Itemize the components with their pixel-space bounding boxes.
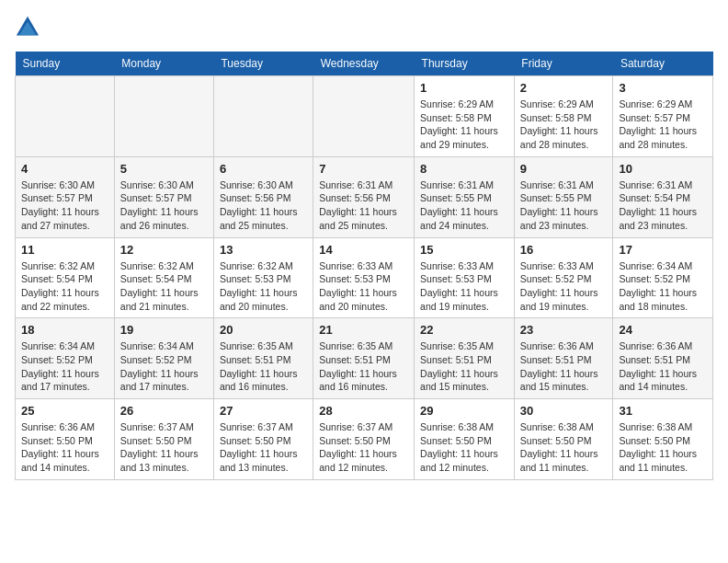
day-number: 7 [319, 162, 408, 176]
day-info: Sunrise: 6:29 AM Sunset: 5:58 PM Dayligh… [420, 98, 508, 152]
day-number: 11 [21, 243, 108, 257]
calendar-cell: 4Sunrise: 6:30 AM Sunset: 5:57 PM Daylig… [16, 156, 115, 237]
day-info: Sunrise: 6:31 AM Sunset: 5:54 PM Dayligh… [619, 178, 707, 233]
calendar-cell: 14Sunrise: 6:33 AM Sunset: 5:53 PM Dayli… [313, 237, 415, 318]
day-info: Sunrise: 6:31 AM Sunset: 5:55 PM Dayligh… [420, 178, 508, 233]
day-info: Sunrise: 6:38 AM Sunset: 5:50 PM Dayligh… [520, 420, 608, 475]
calendar-cell: 23Sunrise: 6:36 AM Sunset: 5:51 PM Dayli… [514, 318, 613, 399]
calendar-cell [114, 76, 213, 157]
calendar-header-monday: Monday [114, 52, 213, 76]
day-info: Sunrise: 6:34 AM Sunset: 5:52 PM Dayligh… [619, 259, 707, 314]
day-number: 2 [520, 81, 608, 95]
day-info: Sunrise: 6:35 AM Sunset: 5:51 PM Dayligh… [220, 339, 307, 394]
day-info: Sunrise: 6:34 AM Sunset: 5:52 PM Dayligh… [21, 339, 108, 394]
day-info: Sunrise: 6:30 AM Sunset: 5:57 PM Dayligh… [21, 178, 108, 233]
calendar-cell: 26Sunrise: 6:37 AM Sunset: 5:50 PM Dayli… [114, 399, 213, 480]
day-number: 13 [220, 243, 307, 257]
day-info: Sunrise: 6:31 AM Sunset: 5:55 PM Dayligh… [520, 178, 608, 233]
day-number: 19 [120, 323, 208, 337]
calendar-week-row: 11Sunrise: 6:32 AM Sunset: 5:54 PM Dayli… [16, 237, 713, 318]
calendar-week-row: 1Sunrise: 6:29 AM Sunset: 5:58 PM Daylig… [16, 76, 713, 157]
day-info: Sunrise: 6:30 AM Sunset: 5:56 PM Dayligh… [220, 178, 307, 233]
day-info: Sunrise: 6:30 AM Sunset: 5:57 PM Dayligh… [120, 178, 208, 233]
calendar-header-row: SundayMondayTuesdayWednesdayThursdayFrid… [16, 52, 713, 76]
calendar-cell: 12Sunrise: 6:32 AM Sunset: 5:54 PM Dayli… [114, 237, 213, 318]
day-number: 18 [21, 323, 108, 337]
day-number: 28 [319, 404, 408, 418]
calendar-header-wednesday: Wednesday [313, 52, 415, 76]
calendar-cell: 25Sunrise: 6:36 AM Sunset: 5:50 PM Dayli… [16, 399, 115, 480]
day-number: 22 [420, 323, 508, 337]
day-info: Sunrise: 6:33 AM Sunset: 5:52 PM Dayligh… [520, 259, 608, 314]
day-number: 25 [21, 404, 108, 418]
day-number: 26 [120, 404, 208, 418]
calendar-header-sunday: Sunday [16, 52, 115, 76]
calendar-cell: 7Sunrise: 6:31 AM Sunset: 5:56 PM Daylig… [313, 156, 415, 237]
day-info: Sunrise: 6:34 AM Sunset: 5:52 PM Dayligh… [120, 339, 208, 394]
day-number: 29 [420, 404, 508, 418]
day-info: Sunrise: 6:37 AM Sunset: 5:50 PM Dayligh… [319, 420, 408, 475]
day-number: 4 [21, 162, 108, 176]
calendar-cell: 13Sunrise: 6:32 AM Sunset: 5:53 PM Dayli… [213, 237, 313, 318]
calendar-cell: 24Sunrise: 6:36 AM Sunset: 5:51 PM Dayli… [613, 318, 713, 399]
calendar-cell: 17Sunrise: 6:34 AM Sunset: 5:52 PM Dayli… [613, 237, 713, 318]
day-number: 23 [520, 323, 608, 337]
calendar-cell: 15Sunrise: 6:33 AM Sunset: 5:53 PM Dayli… [415, 237, 515, 318]
calendar-cell: 18Sunrise: 6:34 AM Sunset: 5:52 PM Dayli… [16, 318, 115, 399]
day-number: 14 [319, 243, 408, 257]
calendar-header-friday: Friday [514, 52, 613, 76]
day-number: 17 [619, 243, 707, 257]
day-number: 12 [120, 243, 208, 257]
day-info: Sunrise: 6:33 AM Sunset: 5:53 PM Dayligh… [319, 259, 408, 314]
calendar-cell: 11Sunrise: 6:32 AM Sunset: 5:54 PM Dayli… [16, 237, 115, 318]
day-number: 31 [619, 404, 707, 418]
day-number: 30 [520, 404, 608, 418]
calendar-cell: 6Sunrise: 6:30 AM Sunset: 5:56 PM Daylig… [213, 156, 313, 237]
day-info: Sunrise: 6:32 AM Sunset: 5:54 PM Dayligh… [120, 259, 208, 314]
calendar-cell: 31Sunrise: 6:38 AM Sunset: 5:50 PM Dayli… [613, 399, 713, 480]
calendar-cell: 3Sunrise: 6:29 AM Sunset: 5:57 PM Daylig… [613, 76, 713, 157]
calendar-cell: 30Sunrise: 6:38 AM Sunset: 5:50 PM Dayli… [514, 399, 613, 480]
day-number: 3 [619, 81, 707, 95]
day-number: 1 [420, 81, 508, 95]
calendar-cell: 10Sunrise: 6:31 AM Sunset: 5:54 PM Dayli… [613, 156, 713, 237]
calendar-cell: 19Sunrise: 6:34 AM Sunset: 5:52 PM Dayli… [114, 318, 213, 399]
calendar-cell: 21Sunrise: 6:35 AM Sunset: 5:51 PM Dayli… [313, 318, 415, 399]
day-info: Sunrise: 6:33 AM Sunset: 5:53 PM Dayligh… [420, 259, 508, 314]
day-info: Sunrise: 6:32 AM Sunset: 5:53 PM Dayligh… [220, 259, 307, 314]
calendar-week-row: 18Sunrise: 6:34 AM Sunset: 5:52 PM Dayli… [16, 318, 713, 399]
calendar-cell: 28Sunrise: 6:37 AM Sunset: 5:50 PM Dayli… [313, 399, 415, 480]
calendar-cell: 5Sunrise: 6:30 AM Sunset: 5:57 PM Daylig… [114, 156, 213, 237]
calendar-cell: 20Sunrise: 6:35 AM Sunset: 5:51 PM Dayli… [213, 318, 313, 399]
day-number: 24 [619, 323, 707, 337]
calendar-cell: 9Sunrise: 6:31 AM Sunset: 5:55 PM Daylig… [514, 156, 613, 237]
day-info: Sunrise: 6:29 AM Sunset: 5:57 PM Dayligh… [619, 98, 707, 152]
day-info: Sunrise: 6:38 AM Sunset: 5:50 PM Dayligh… [619, 420, 707, 475]
calendar-cell: 8Sunrise: 6:31 AM Sunset: 5:55 PM Daylig… [415, 156, 515, 237]
day-number: 5 [120, 162, 208, 176]
day-info: Sunrise: 6:36 AM Sunset: 5:50 PM Dayligh… [21, 420, 108, 475]
day-info: Sunrise: 6:35 AM Sunset: 5:51 PM Dayligh… [420, 339, 508, 394]
day-info: Sunrise: 6:37 AM Sunset: 5:50 PM Dayligh… [120, 420, 208, 475]
day-number: 16 [520, 243, 608, 257]
logo [15, 15, 44, 40]
page-header [15, 15, 713, 40]
calendar-cell [213, 76, 313, 157]
day-info: Sunrise: 6:36 AM Sunset: 5:51 PM Dayligh… [520, 339, 608, 394]
calendar-header-thursday: Thursday [415, 52, 515, 76]
calendar-cell: 29Sunrise: 6:38 AM Sunset: 5:50 PM Dayli… [415, 399, 515, 480]
calendar-cell: 1Sunrise: 6:29 AM Sunset: 5:58 PM Daylig… [415, 76, 515, 157]
calendar-cell [313, 76, 415, 157]
day-info: Sunrise: 6:31 AM Sunset: 5:56 PM Dayligh… [319, 178, 408, 233]
calendar-week-row: 25Sunrise: 6:36 AM Sunset: 5:50 PM Dayli… [16, 399, 713, 480]
calendar-cell [16, 76, 115, 157]
calendar-header-saturday: Saturday [613, 52, 713, 76]
day-info: Sunrise: 6:29 AM Sunset: 5:58 PM Dayligh… [520, 98, 608, 152]
calendar-week-row: 4Sunrise: 6:30 AM Sunset: 5:57 PM Daylig… [16, 156, 713, 237]
day-number: 8 [420, 162, 508, 176]
day-number: 9 [520, 162, 608, 176]
day-info: Sunrise: 6:38 AM Sunset: 5:50 PM Dayligh… [420, 420, 508, 475]
day-number: 6 [220, 162, 307, 176]
day-number: 10 [619, 162, 707, 176]
calendar-cell: 16Sunrise: 6:33 AM Sunset: 5:52 PM Dayli… [514, 237, 613, 318]
